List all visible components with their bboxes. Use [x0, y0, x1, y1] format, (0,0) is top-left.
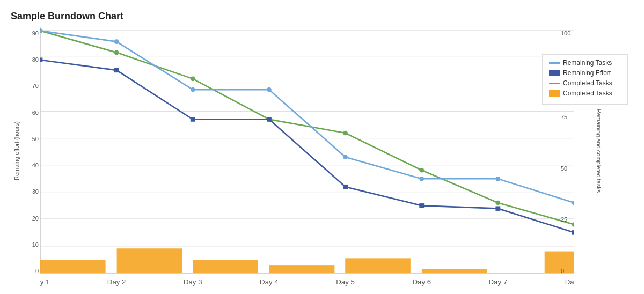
svg-rect-36 [40, 57, 42, 62]
y-left-tick-90: 90 [32, 30, 39, 36]
svg-point-32 [343, 155, 348, 160]
legend: Remaining Tasks Remaining Effort Complet… [542, 54, 628, 105]
y-right-tick-100: 100 [561, 30, 570, 36]
svg-text:Day 2: Day 2 [107, 278, 126, 286]
y-left-label: Remaing effort (hours) [13, 97, 20, 204]
y-left-tick-30: 30 [32, 188, 39, 195]
legend-color-completed-tasks-line [549, 83, 560, 84]
svg-rect-17 [422, 269, 487, 273]
svg-text:Day 1: Day 1 [40, 278, 49, 286]
svg-text:Day 6: Day 6 [412, 278, 431, 286]
svg-rect-37 [114, 68, 119, 73]
svg-point-31 [267, 87, 272, 92]
svg-point-21 [114, 50, 119, 55]
legend-label-completed-tasks-bar: Completed Tasks [563, 90, 612, 97]
svg-point-29 [114, 39, 119, 44]
svg-point-34 [495, 177, 500, 181]
svg-rect-15 [269, 265, 335, 273]
y-left-tick-40: 40 [32, 162, 39, 168]
svg-rect-12 [40, 260, 106, 274]
legend-label-completed-tasks-line: Completed Tasks [563, 79, 612, 87]
y-left-tick-0: 0 [35, 268, 39, 274]
chart-svg: Day 1 Day 2 Day 3 Day 4 Day 5 Day 6 Day … [40, 27, 574, 290]
svg-point-24 [343, 131, 348, 136]
svg-rect-42 [495, 206, 500, 211]
svg-rect-39 [267, 117, 272, 122]
legend-item-remaining-effort: Remaining Effort [549, 69, 621, 77]
legend-item-remaining-tasks: Remaining Tasks [549, 59, 621, 67]
y-right-tick-50: 50 [561, 165, 567, 172]
svg-rect-40 [343, 185, 348, 189]
svg-point-30 [191, 87, 195, 92]
y-left-tick-20: 20 [32, 215, 39, 222]
y-left-tick-80: 80 [32, 56, 39, 63]
svg-text:Day 4: Day 4 [260, 278, 279, 286]
svg-point-25 [419, 168, 424, 173]
y-left-tick-10: 10 [32, 241, 39, 248]
legend-color-remaining-effort [549, 70, 560, 76]
svg-rect-13 [117, 248, 182, 273]
chart-container: Sample Burndown Chart Remaing effort (ho… [0, 0, 644, 294]
legend-item-completed-tasks-bar: Completed Tasks [549, 90, 621, 97]
legend-color-remaining-tasks [549, 62, 560, 64]
y-left-tick-70: 70 [32, 83, 39, 89]
svg-text:Day 8: Day 8 [565, 278, 574, 286]
svg-text:Day 7: Day 7 [489, 278, 508, 286]
svg-point-28 [40, 28, 42, 33]
y-right-tick-25: 25 [561, 216, 567, 223]
svg-point-22 [191, 77, 195, 82]
y-left-tick-60: 60 [32, 109, 39, 116]
legend-label-remaining-tasks: Remaining Tasks [563, 59, 612, 67]
svg-text:Day 3: Day 3 [184, 278, 202, 286]
chart-title: Sample Burndown Chart [11, 11, 633, 22]
legend-label-remaining-effort: Remaining Effort [563, 69, 611, 77]
legend-color-completed-tasks-bar [549, 90, 560, 97]
legend-item-completed-tasks-line: Completed Tasks [549, 79, 621, 87]
svg-rect-16 [345, 258, 411, 273]
svg-point-33 [419, 177, 424, 181]
y-right-tick-0: 0 [561, 268, 564, 274]
y-left-tick-50: 50 [32, 136, 39, 142]
svg-rect-14 [193, 260, 258, 274]
svg-point-26 [495, 201, 500, 205]
svg-text:Day 5: Day 5 [336, 278, 355, 286]
y-right-tick-75: 75 [561, 114, 567, 120]
svg-rect-38 [191, 117, 195, 122]
svg-rect-41 [419, 203, 424, 208]
